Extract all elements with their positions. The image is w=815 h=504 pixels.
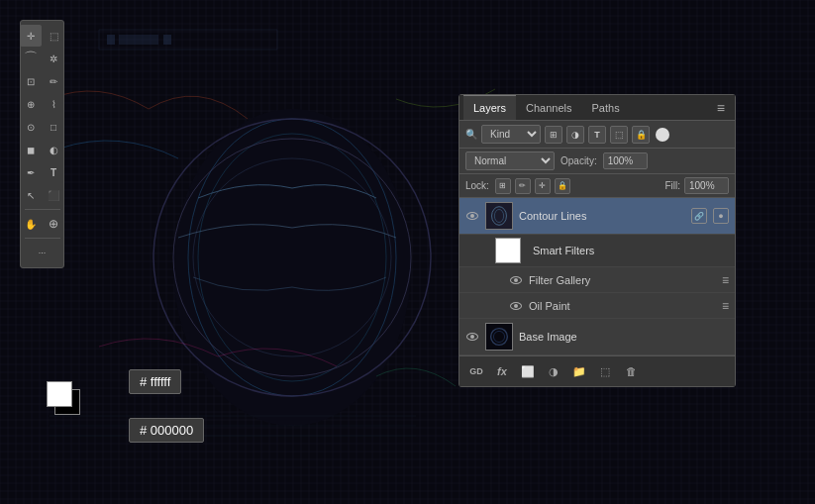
- filter-kind-dropdown[interactable]: Kind: [481, 125, 541, 144]
- path-select-tool[interactable]: ↖: [20, 184, 42, 206]
- fill-label: Fill:: [664, 180, 680, 191]
- tab-channels[interactable]: Channels: [516, 96, 581, 120]
- filter-type-icon[interactable]: T: [588, 126, 606, 144]
- svg-rect-12: [163, 35, 171, 45]
- opacity-label: Opacity:: [560, 155, 597, 166]
- layer-eye-oil-paint[interactable]: [509, 299, 523, 313]
- lock-row: Lock: ⊞ ✏ ✛ 🔒 Fill:: [459, 174, 735, 198]
- layer-eye-contour[interactable]: [465, 209, 479, 223]
- layer-link-badge: 🔗: [691, 208, 707, 224]
- fill-input[interactable]: [684, 177, 729, 194]
- blend-mode-dropdown[interactable]: Normal: [465, 151, 555, 170]
- blend-mode-row: Normal Opacity:: [459, 149, 735, 174]
- filter-shape-icon[interactable]: ⬚: [610, 126, 628, 144]
- divider: [25, 209, 60, 210]
- svg-rect-16: [486, 324, 512, 350]
- spot-heal-tool[interactable]: ⊕: [20, 93, 42, 115]
- lock-all-btn[interactable]: 🔒: [555, 178, 570, 194]
- svg-point-8: [193, 158, 391, 356]
- foreground-color-tooltip: # ffffff: [129, 369, 181, 394]
- gradient-tool[interactable]: ◼: [20, 139, 42, 160]
- brush-tool[interactable]: ⌇: [43, 93, 64, 115]
- smart-filters-label: Smart Filters: [533, 245, 594, 256]
- oil-paint-label: Oil Paint: [529, 300, 570, 312]
- svg-point-7: [173, 139, 411, 376]
- mask-btn[interactable]: ⬜: [517, 360, 539, 382]
- layer-smart-badge: ●: [713, 208, 729, 224]
- quick-select-tool[interactable]: ✲: [43, 48, 64, 69]
- svg-rect-10: [107, 35, 115, 45]
- background-color-tooltip: # 000000: [129, 418, 204, 443]
- hand-tool[interactable]: ✋: [20, 213, 42, 235]
- clone-stamp-tool[interactable]: ⊙: [20, 116, 42, 138]
- layer-name-base: Base Image: [519, 331, 729, 343]
- layer-thumb-contour: [485, 202, 513, 230]
- toolbar-left: ✛ ⬚ ⌒ ✲ ⊡ ✏ ⊕ ⌇ ⊙ □ ◼ ◐ ✒ T ↖ ⬛ ✋ ⊕ ···: [20, 20, 64, 268]
- opacity-input[interactable]: [603, 152, 648, 169]
- svg-rect-11: [119, 35, 158, 45]
- filter-search-icon: 🔍: [465, 129, 477, 140]
- oil-paint-item[interactable]: Oil Paint ≡: [459, 293, 735, 319]
- filter-gallery-adjust-icon[interactable]: ≡: [722, 273, 729, 287]
- more-tools[interactable]: ···: [32, 242, 53, 263]
- panel-footer: GD fx ⬜ ◑ 📁 ⬚ 🗑: [459, 355, 735, 386]
- marquee-tool[interactable]: ⬚: [43, 25, 64, 47]
- tab-paths[interactable]: Paths: [582, 96, 630, 120]
- layer-eye-filter-gallery[interactable]: [509, 273, 523, 287]
- delete-btn[interactable]: 🗑: [620, 360, 642, 382]
- move-tool[interactable]: ✛: [20, 25, 42, 47]
- lock-transparency-btn[interactable]: ⊞: [495, 178, 511, 194]
- color-swatches: [47, 381, 86, 421]
- crop-tool[interactable]: ⊡: [20, 70, 42, 92]
- svg-rect-9: [99, 30, 277, 50]
- divider-2: [25, 238, 60, 239]
- svg-point-3: [173, 109, 411, 426]
- panel-tabs: Layers Channels Paths ≡: [459, 95, 735, 121]
- filter-gallery-item[interactable]: Filter Gallery ≡: [459, 267, 735, 293]
- smart-filter-thumb: [495, 238, 521, 263]
- filter-pixel-icon[interactable]: ⊞: [545, 126, 562, 144]
- eyedropper-tool[interactable]: ✏: [43, 70, 64, 92]
- shape-tool[interactable]: ⬛: [43, 184, 64, 206]
- link-layers-btn[interactable]: GD: [465, 360, 487, 382]
- filter-gallery-label: Filter Gallery: [529, 274, 590, 286]
- smart-filters-header[interactable]: Smart Filters: [459, 235, 735, 267]
- type-tool[interactable]: T: [43, 161, 64, 183]
- lock-label: Lock:: [465, 180, 489, 191]
- pen-tool[interactable]: ✒: [20, 161, 42, 183]
- adjustment-btn[interactable]: ◑: [543, 360, 564, 382]
- layers-panel: Layers Channels Paths ≡ 🔍 Kind ⊞ ◑ T ⬚ 🔒…: [458, 94, 736, 387]
- oil-paint-adjust-icon[interactable]: ≡: [722, 299, 729, 313]
- eraser-tool[interactable]: □: [43, 116, 64, 138]
- svg-point-6: [153, 119, 431, 396]
- panel-menu-button[interactable]: ≡: [711, 100, 731, 116]
- filter-active-dot: [656, 128, 669, 142]
- svg-point-4: [188, 119, 396, 396]
- layer-contour-lines[interactable]: Contour Lines 🔗 ●: [459, 198, 735, 235]
- layer-thumb-base: [485, 323, 513, 351]
- layer-eye-base[interactable]: [465, 330, 479, 344]
- filter-row: 🔍 Kind ⊞ ◑ T ⬚ 🔒: [459, 121, 735, 149]
- dodge-tool[interactable]: ◐: [43, 139, 64, 160]
- artboard-btn[interactable]: ⬚: [594, 360, 616, 382]
- filter-adjust-icon[interactable]: ◑: [566, 126, 584, 144]
- svg-point-5: [198, 134, 386, 381]
- lock-image-btn[interactable]: ✏: [515, 178, 531, 194]
- group-btn[interactable]: 📁: [568, 360, 590, 382]
- lasso-tool[interactable]: ⌒: [20, 48, 42, 69]
- zoom-tool[interactable]: ⊕: [43, 213, 64, 235]
- layer-name-contour: Contour Lines: [519, 210, 685, 222]
- filter-lock-icon[interactable]: 🔒: [632, 126, 650, 144]
- layers-list: Contour Lines 🔗 ● Smart Filters Filter G…: [459, 198, 735, 355]
- layer-base-image[interactable]: Base Image: [459, 319, 735, 355]
- fx-btn[interactable]: fx: [491, 360, 513, 382]
- lock-position-btn[interactable]: ✛: [535, 178, 551, 194]
- tab-layers[interactable]: Layers: [463, 95, 516, 120]
- foreground-color-swatch[interactable]: [47, 381, 72, 407]
